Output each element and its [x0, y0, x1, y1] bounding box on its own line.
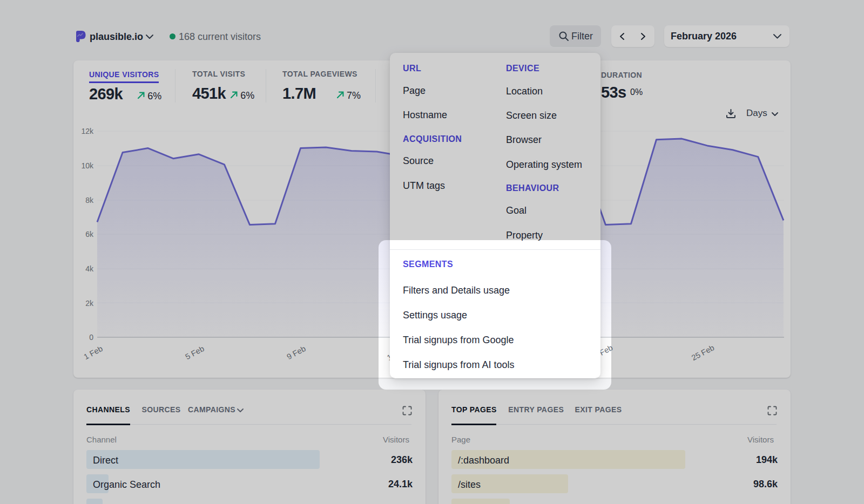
- svg-text:9 Feb: 9 Feb: [286, 344, 307, 362]
- svg-text:0: 0: [89, 333, 93, 342]
- svg-text:1 Feb: 1 Feb: [83, 344, 104, 362]
- svg-text:12k: 12k: [81, 127, 94, 135]
- svg-text:10k: 10k: [81, 161, 94, 170]
- svg-text:4k: 4k: [85, 264, 94, 273]
- svg-text:6k: 6k: [85, 230, 94, 239]
- svg-text:25 Feb: 25 Feb: [690, 343, 716, 362]
- svg-text:5 Feb: 5 Feb: [184, 344, 206, 362]
- svg-text:2k: 2k: [85, 299, 94, 308]
- svg-text:8k: 8k: [85, 196, 94, 205]
